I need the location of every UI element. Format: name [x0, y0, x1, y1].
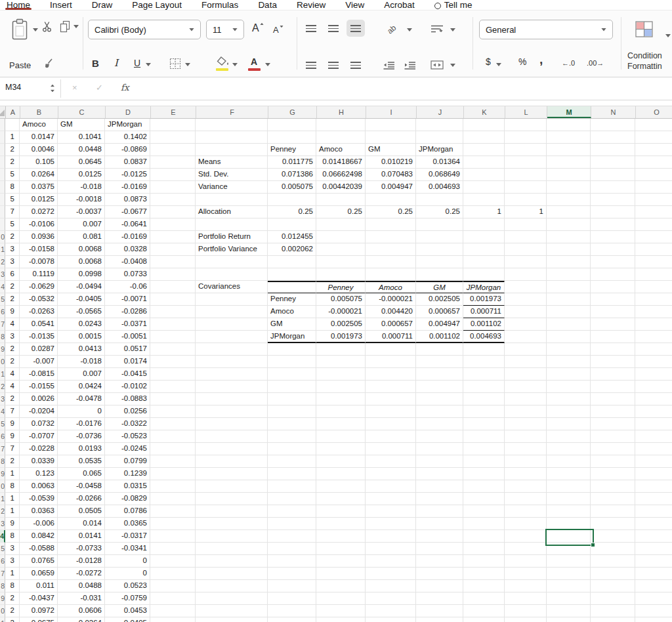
- cell-O20[interactable]: [635, 356, 672, 368]
- cell-L17[interactable]: [505, 318, 547, 331]
- cell-F23[interactable]: [196, 393, 268, 405]
- cell-A18[interactable]: 3: [5, 331, 20, 343]
- cell-C24[interactable]: 0: [58, 405, 105, 418]
- cell-C11[interactable]: 0.0068: [58, 243, 105, 256]
- column-header-I[interactable]: I: [366, 106, 417, 118]
- cell-O32[interactable]: [635, 505, 672, 518]
- cell-F30[interactable]: [196, 480, 268, 493]
- cell-N12[interactable]: [591, 256, 635, 268]
- cell-G1[interactable]: [268, 119, 316, 131]
- cell-L25[interactable]: [505, 418, 547, 430]
- cell-A29[interactable]: 1: [5, 468, 20, 480]
- cell-G21[interactable]: [268, 368, 316, 381]
- cell-H25[interactable]: [316, 418, 366, 430]
- cell-I36[interactable]: [366, 555, 416, 568]
- cell-L18[interactable]: [505, 331, 547, 343]
- cell-D9[interactable]: -0.0641: [105, 218, 150, 231]
- cell-B4[interactable]: 0.105: [20, 156, 58, 169]
- cell-D37[interactable]: 0: [105, 568, 150, 580]
- cell-K31[interactable]: [463, 493, 505, 505]
- row-header-36[interactable]: 6: [0, 555, 5, 568]
- cell-L28[interactable]: [505, 455, 547, 468]
- cell-E22[interactable]: [150, 381, 196, 393]
- cell-C1[interactable]: GM: [58, 119, 105, 131]
- row-header-2[interactable]: [0, 131, 5, 144]
- cell-H41[interactable]: [316, 617, 366, 622]
- cell-J1[interactable]: [416, 119, 463, 131]
- cell-K18[interactable]: 0.004693: [463, 331, 505, 343]
- cell-N5[interactable]: [591, 169, 635, 181]
- cell-M28[interactable]: [547, 455, 591, 468]
- cell-L40[interactable]: [505, 605, 547, 617]
- cell-G34[interactable]: [268, 530, 316, 543]
- conditional-formatting-label-2[interactable]: Formattin: [627, 62, 662, 71]
- cell-C28[interactable]: 0.0535: [58, 455, 105, 468]
- cell-M2[interactable]: [547, 131, 591, 144]
- enter-icon[interactable]: ✓: [96, 83, 103, 93]
- cell-B16[interactable]: -0.0263: [20, 306, 58, 318]
- cell-O2[interactable]: [635, 131, 672, 144]
- cell-H37[interactable]: [316, 568, 366, 580]
- cell-E11[interactable]: [150, 243, 196, 256]
- cell-D16[interactable]: -0.0286: [105, 306, 150, 318]
- align-top-icon[interactable]: [306, 25, 316, 32]
- cell-B5[interactable]: 0.0264: [20, 169, 58, 181]
- cell-G9[interactable]: [268, 218, 316, 231]
- cell-H26[interactable]: [316, 430, 366, 443]
- cell-C30[interactable]: -0.0458: [58, 480, 105, 493]
- cell-E3[interactable]: [150, 144, 196, 156]
- cell-G35[interactable]: [268, 543, 316, 555]
- cell-J34[interactable]: [416, 530, 463, 543]
- row-header-3[interactable]: [0, 144, 5, 156]
- row-header-27[interactable]: 7: [0, 443, 5, 455]
- cell-L16[interactable]: [505, 306, 547, 318]
- cell-F4[interactable]: Means: [196, 156, 268, 169]
- font-size-select[interactable]: 11: [206, 20, 244, 39]
- cell-L41[interactable]: [505, 617, 547, 622]
- cell-D30[interactable]: 0.0315: [105, 480, 150, 493]
- cell-I27[interactable]: [366, 443, 416, 455]
- decrease-decimal-button[interactable]: .00→: [587, 59, 604, 67]
- cell-H36[interactable]: [316, 555, 366, 568]
- cell-F32[interactable]: [196, 505, 268, 518]
- cell-J24[interactable]: [416, 405, 463, 418]
- cell-H38[interactable]: [316, 580, 366, 592]
- cell-D32[interactable]: 0.0786: [105, 505, 150, 518]
- cell-L33[interactable]: [505, 518, 547, 530]
- cell-K26[interactable]: [463, 430, 505, 443]
- cell-G39[interactable]: [268, 592, 316, 605]
- cell-J40[interactable]: [416, 605, 463, 617]
- cell-G20[interactable]: [268, 356, 316, 368]
- column-header-B[interactable]: B: [20, 106, 58, 118]
- cell-I1[interactable]: [366, 119, 416, 131]
- cell-H22[interactable]: [316, 381, 366, 393]
- cell-C35[interactable]: -0.0733: [58, 543, 105, 555]
- cell-F40[interactable]: [196, 605, 268, 617]
- merge-center-icon[interactable]: [430, 60, 444, 70]
- cell-O7[interactable]: [635, 194, 672, 206]
- cell-G24[interactable]: [268, 405, 316, 418]
- currency-button[interactable]: $: [486, 56, 491, 67]
- cell-F9[interactable]: [196, 218, 268, 231]
- cell-L14[interactable]: [505, 281, 547, 293]
- cell-H4[interactable]: 0.01418667: [316, 156, 366, 169]
- cell-M22[interactable]: [547, 381, 591, 393]
- cell-M24[interactable]: [547, 405, 591, 418]
- cell-C15[interactable]: -0.0405: [58, 293, 105, 306]
- cell-E33[interactable]: [150, 518, 196, 530]
- cell-L23[interactable]: [505, 393, 547, 405]
- row-header-39[interactable]: 9: [0, 592, 5, 605]
- cell-H39[interactable]: [316, 592, 366, 605]
- row-header-32[interactable]: 2: [0, 505, 5, 518]
- cell-D27[interactable]: -0.0245: [105, 443, 150, 455]
- cell-E8[interactable]: [150, 206, 196, 218]
- cell-D22[interactable]: -0.0102: [105, 381, 150, 393]
- cell-N24[interactable]: [591, 405, 635, 418]
- cell-B10[interactable]: 0.0936: [20, 231, 58, 243]
- cell-K21[interactable]: [463, 368, 505, 381]
- cell-H35[interactable]: [316, 543, 366, 555]
- menu-tab-formulas[interactable]: Formulas: [201, 1, 238, 10]
- cell-B11[interactable]: -0.0158: [20, 243, 58, 256]
- cell-F10[interactable]: Portfolio Return: [196, 231, 268, 243]
- cell-C9[interactable]: 0.007: [58, 218, 105, 231]
